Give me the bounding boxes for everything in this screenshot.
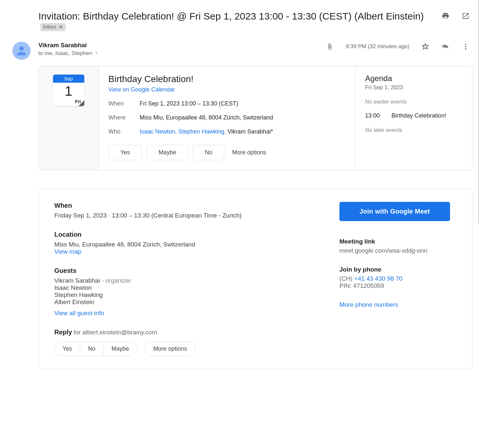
who-row: Who Isaac Newton, Stephen Hawking, Vikra… — [108, 128, 345, 135]
more-phone-numbers-link[interactable]: More phone numbers — [339, 301, 457, 308]
agenda-event-row[interactable]: 13:00 Birthday Celebration! — [365, 112, 462, 119]
reply-more-options-button[interactable]: More options — [144, 342, 196, 356]
phone-pin: PIN: 471205059 — [339, 282, 457, 289]
details-location-section: Location Miss Miu, Europaallee 48, 8004 … — [54, 231, 326, 255]
reply-maybe-button[interactable]: Maybe — [103, 342, 137, 356]
svg-point-3 — [465, 48, 466, 49]
who-person-1[interactable]: Isaac Newton — [140, 128, 175, 135]
label-chip-text: Inbox — [43, 24, 57, 30]
details-when-text: Friday Sep 1, 2023 · 13:00 – 13:30 (Cent… — [54, 212, 326, 219]
who-person-2[interactable]: Stephen Hawking — [178, 128, 224, 135]
calendar-chip[interactable]: Sep 1 Fri — [53, 75, 84, 106]
join-by-phone-group: Join by phone (CH) +41 43 430 98 70 PIN:… — [339, 266, 457, 289]
guest-1: Vikram Sarabhai - organizer — [54, 277, 326, 284]
when-value: Fri Sep 1, 2023 13:00 – 13:30 (CEST) — [140, 100, 345, 107]
subject-actions — [441, 10, 472, 20]
reply-section: Reply for albert.einstein@brainy.com — [54, 329, 326, 336]
details-left: When Friday Sep 1, 2023 · 13:00 – 13:30 … — [54, 202, 326, 356]
open-new-window-icon[interactable] — [461, 12, 470, 20]
calendar-chip-col: Sep 1 Fri — [39, 66, 99, 170]
sender-info: Vikram Sarabhai to me, Isaac, Stephen — [38, 42, 325, 57]
chevron-down-icon[interactable] — [94, 50, 99, 57]
email-meta: 9:39 PM (32 minutes ago) — [325, 42, 470, 51]
close-icon[interactable]: ✕ — [59, 24, 63, 31]
phone-prefix: (CH) — [339, 275, 354, 282]
svg-point-0 — [19, 46, 24, 51]
agenda-no-earlier: No earlier events — [365, 99, 462, 105]
invite-card: Sep 1 Fri Birthday Celebration! View on … — [38, 66, 472, 170]
label-chip-inbox[interactable]: Inbox ✕ — [40, 23, 66, 31]
reply-label: Reply — [54, 329, 72, 336]
sender-row: Vikram Sarabhai to me, Isaac, Stephen 9:… — [7, 38, 472, 66]
sender-name[interactable]: Vikram Sarabhai — [38, 42, 325, 49]
recipients-text: to me, Isaac, Stephen — [38, 50, 92, 57]
who-person-3: Vikram Sarabhai* — [227, 128, 273, 135]
reply-all-icon[interactable] — [441, 42, 450, 51]
where-row: Where Miss Miu, Europaallee 48, 8004 Zür… — [108, 114, 345, 121]
rsvp-no-button[interactable]: No — [193, 145, 224, 160]
star-icon[interactable] — [421, 42, 430, 51]
phone-line: (CH) +41 43 430 98 70 — [339, 275, 457, 282]
join-google-meet-button[interactable]: Join with Google Meet — [339, 202, 450, 221]
details-location-text: Miss Miu, Europaallee 48, 8004 Zürich, S… — [54, 241, 326, 248]
calendar-chip-day: 1 — [53, 83, 84, 99]
details-card: When Friday Sep 1, 2023 · 13:00 – 13:30 … — [38, 189, 472, 369]
rsvp-maybe-button[interactable]: Maybe — [146, 145, 188, 160]
who-label: Who — [108, 128, 140, 135]
meeting-link-value[interactable]: meet.google.com/wsa-xddg-onn — [339, 247, 457, 254]
meeting-link-group: Meeting link meet.google.com/wsa-xddg-on… — [339, 238, 457, 254]
phone-number-link[interactable]: +41 43 430 98 70 — [354, 275, 402, 282]
details-right: Join with Google Meet Meeting link meet.… — [339, 202, 457, 356]
guest-1-role: - organizer — [100, 277, 131, 284]
join-by-phone-label: Join by phone — [339, 266, 457, 273]
guest-2: Isaac Newton — [54, 284, 326, 291]
details-guests-section: Guests Vikram Sarabhai - organizer Isaac… — [54, 267, 326, 317]
when-label: When — [108, 100, 140, 107]
guest-1-name: Vikram Sarabhai — [54, 277, 100, 284]
guest-3: Stephen Hawking — [54, 291, 326, 299]
agenda-col: Agenda Fri Sep 1, 2023 No earlier events… — [355, 66, 472, 170]
agenda-date: Fri Sep 1, 2023 — [365, 84, 462, 91]
agenda-event-name: Birthday Celebration! — [391, 112, 446, 119]
attachment-icon[interactable] — [325, 42, 334, 51]
guest-4: Albert Einstein — [54, 299, 326, 306]
who-value: Isaac Newton, Stephen Hawking, Vikram Sa… — [140, 128, 345, 135]
meeting-link-label: Meeting link — [339, 238, 457, 245]
rsvp-yes-button[interactable]: Yes — [108, 145, 142, 160]
details-when-heading: When — [54, 202, 326, 209]
when-row: When Fri Sep 1, 2023 13:00 – 13:30 (CEST… — [108, 100, 345, 107]
recipients-line[interactable]: to me, Isaac, Stephen — [38, 50, 325, 57]
more-vert-icon[interactable] — [461, 42, 470, 51]
view-all-guests-link[interactable]: View all guest info — [54, 310, 326, 317]
agenda-no-later: No later events — [365, 127, 462, 133]
invite-main: Birthday Celebration! View on Google Cal… — [99, 66, 355, 170]
event-title: Birthday Celebration! — [108, 74, 345, 84]
details-guests-heading: Guests — [54, 267, 326, 274]
agenda-event-time: 13:00 — [365, 112, 380, 119]
agenda-title: Agenda — [365, 74, 462, 83]
svg-point-2 — [465, 46, 466, 47]
details-location-heading: Location — [54, 231, 326, 238]
reply-for-text: for albert.einstein@brainy.com — [74, 329, 157, 336]
avatar[interactable] — [12, 42, 31, 60]
svg-point-1 — [465, 44, 466, 45]
details-when-section: When Friday Sep 1, 2023 · 13:00 – 13:30 … — [54, 202, 326, 219]
print-icon[interactable] — [441, 12, 450, 20]
reply-no-button[interactable]: No — [80, 342, 103, 356]
view-on-calendar-link[interactable]: View on Google Calendar — [108, 86, 345, 93]
where-label: Where — [108, 114, 140, 121]
page-fold-icon — [78, 100, 84, 106]
reply-buttons-row: Yes No Maybe More options — [54, 342, 326, 356]
subject-row: Invitation: Birthday Celebration! @ Fri … — [7, 10, 472, 38]
subject-wrap: Invitation: Birthday Celebration! @ Fri … — [38, 10, 441, 31]
reply-yes-button[interactable]: Yes — [55, 342, 80, 356]
where-value: Miss Miu, Europaallee 48, 8004 Zürich, S… — [140, 114, 345, 121]
email-subject: Invitation: Birthday Celebration! @ Fri … — [38, 11, 424, 21]
email-timestamp: 9:39 PM (32 minutes ago) — [346, 43, 409, 50]
rsvp-row: Yes Maybe No More options — [108, 145, 345, 160]
calendar-chip-month: Sep — [53, 75, 84, 83]
view-map-link[interactable]: View map — [54, 248, 326, 255]
rsvp-more-options[interactable]: More options — [232, 149, 266, 156]
reply-segmented-group: Yes No Maybe — [54, 342, 137, 356]
